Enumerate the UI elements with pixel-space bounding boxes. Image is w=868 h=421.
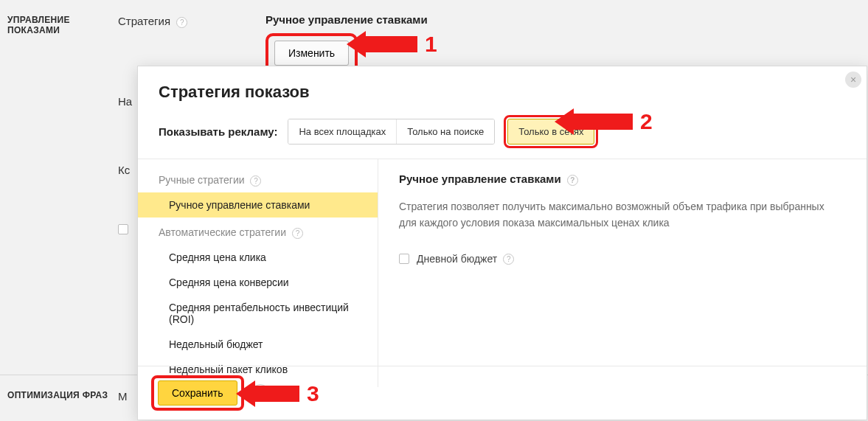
strategy-detail-panel: Ручное управление ставками ? Стратегия п… [378, 159, 867, 387]
help-icon[interactable]: ? [250, 175, 261, 187]
strategy-option-avg-cpa[interactable]: Средняя цена конверсии [138, 270, 378, 295]
group-label: Ручные стратегии [159, 174, 245, 186]
dialog-footer: Сохранить [138, 366, 867, 420]
detail-title: Ручное управление ставками [399, 173, 561, 185]
segment-search-only[interactable]: Только на поиске [397, 119, 494, 144]
close-icon[interactable]: × [845, 72, 861, 88]
placement-segmented-control: На всех площадках Только на поиске [288, 119, 495, 145]
background-checkbox[interactable] [118, 224, 128, 234]
section-heading: ОПТИМИЗАЦИЯ ФРАЗ [7, 389, 118, 400]
strategy-label-text: Стратегия [118, 15, 170, 27]
save-button[interactable]: Сохранить [158, 380, 237, 406]
daily-budget-row: Дневной бюджет ? [399, 253, 844, 265]
section-heading: УПРАВЛЕНИЕ ПОКАЗАМИ [7, 13, 118, 35]
change-button[interactable]: Изменить [274, 41, 349, 66]
annotation-highlight-2: Только в сетях [504, 115, 598, 148]
cancel-icon[interactable] [251, 384, 269, 402]
help-icon[interactable]: ? [176, 17, 187, 28]
dialog-title: Стратегия показов [159, 83, 846, 102]
auto-strategies-group: Автоматические стратегии ? [138, 225, 378, 245]
strategy-option-avg-cpc[interactable]: Средняя цена клика [138, 245, 378, 270]
strategy-current-value: Ручное управление ставками [265, 13, 861, 26]
strategy-dialog: × Стратегия показов Показывать рекламу: … [137, 66, 867, 420]
manual-strategies-group: Ручные стратегии ? [138, 173, 378, 192]
help-icon[interactable]: ? [292, 228, 303, 239]
detail-description: Стратегия позволяет получить максимально… [399, 199, 844, 231]
segment-all-placements[interactable]: На всех площадках [288, 119, 397, 144]
group-label: Автоматические стратегии [159, 226, 286, 238]
strategy-label: Стратегия ? [118, 13, 265, 28]
help-icon[interactable]: ? [567, 175, 578, 186]
show-ads-label: Показывать рекламу: [159, 125, 277, 138]
help-icon[interactable]: ? [503, 254, 514, 265]
strategy-list-panel: Ручные стратегии ? Ручное управление ста… [138, 159, 378, 387]
daily-budget-checkbox[interactable] [399, 254, 409, 264]
strategy-option-manual[interactable]: Ручное управление ставками [138, 192, 378, 218]
strategy-option-weekly-budget[interactable]: Недельный бюджет [138, 332, 378, 357]
strategy-option-roi[interactable]: Средняя рентабельность инвестиций (ROI) [138, 295, 378, 332]
segment-networks-only[interactable]: Только в сетях [507, 119, 594, 145]
annotation-highlight-3: Сохранить [151, 375, 244, 411]
daily-budget-label: Дневной бюджет [417, 253, 497, 265]
